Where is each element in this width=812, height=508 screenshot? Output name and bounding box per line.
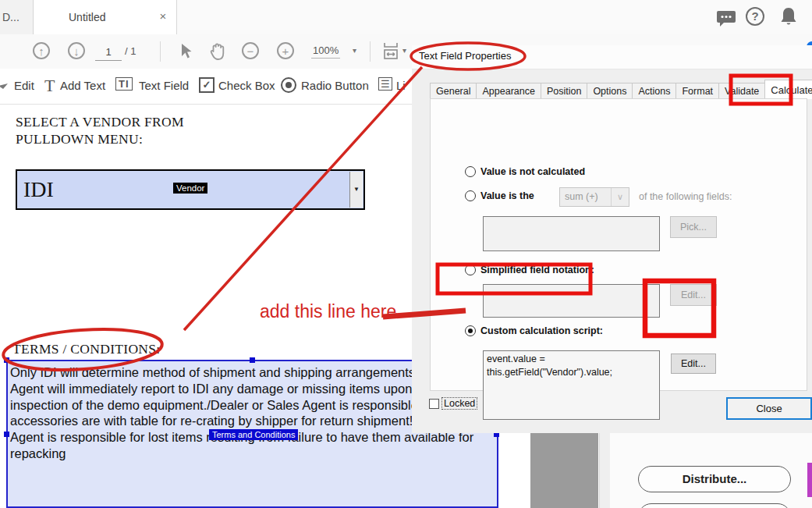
edit-script-button[interactable]: Edit... bbox=[671, 353, 716, 374]
dialog-titlebar[interactable]: Text Field Properties bbox=[412, 45, 812, 69]
vendor-field-tag: Vendor bbox=[173, 183, 207, 194]
toolbar-divider bbox=[160, 41, 161, 62]
pick-button[interactable]: Pick... bbox=[670, 216, 717, 238]
terms-line: repacking bbox=[8, 446, 497, 462]
radio-custom-script[interactable] bbox=[465, 325, 476, 336]
radio-simplified-label: Simplified field notation: bbox=[480, 265, 594, 275]
vendor-dropdown-caret-icon[interactable]: ▼ bbox=[349, 172, 363, 208]
dialog-tab-row: General Appearance Position Options Acti… bbox=[430, 81, 812, 99]
tab-actions[interactable]: Actions bbox=[632, 83, 675, 99]
text-field-properties-dialog: Text Field Properties General Appearance… bbox=[412, 45, 812, 433]
terms-heading: TERMS / CONDITIONS: bbox=[12, 341, 160, 357]
comment-icon[interactable] bbox=[716, 9, 736, 28]
script-line: event.value = bbox=[487, 353, 659, 366]
tab-general[interactable]: General bbox=[430, 83, 476, 99]
annotation-add-line-text: add this line here bbox=[260, 301, 396, 322]
edit-simplified-button[interactable]: Edit... bbox=[670, 284, 717, 306]
zoom-in-icon[interactable]: + bbox=[277, 42, 294, 59]
page-down-icon[interactable]: ↓ bbox=[68, 42, 85, 59]
list-box-icon[interactable]: ☰ bbox=[378, 77, 392, 91]
tab-validate[interactable]: Validate bbox=[718, 83, 764, 99]
tab-format[interactable]: Format bbox=[675, 83, 718, 99]
tab-calculate[interactable]: Calculate bbox=[764, 80, 812, 99]
check-box-icon[interactable]: ✓ bbox=[199, 77, 215, 93]
custom-script-box[interactable]: event.value = this.getField("Vendor").va… bbox=[483, 350, 660, 420]
zoom-caret-icon[interactable]: ▾ bbox=[353, 46, 356, 55]
vendor-heading-line2: PULLDOWN MENU: bbox=[16, 131, 143, 147]
toolbar-divider bbox=[370, 41, 371, 62]
zoom-out-icon[interactable]: − bbox=[242, 42, 259, 59]
bell-icon[interactable] bbox=[778, 6, 799, 27]
distribute-button[interactable]: Distribute... bbox=[638, 466, 791, 492]
script-line: this.getField("Vendor").value; bbox=[487, 366, 659, 379]
select-pointer-icon[interactable] bbox=[179, 43, 193, 60]
page-number-input[interactable] bbox=[95, 43, 122, 61]
radio-custom-script-label: Custom calculation script: bbox=[480, 325, 603, 336]
sum-dropdown-chevron-icon: ∨ bbox=[611, 188, 629, 206]
selection-handle[interactable] bbox=[4, 357, 9, 363]
calculate-tab-panel: Value is not calculated Value is the sum… bbox=[430, 98, 807, 391]
check-box-label[interactable]: Check Box bbox=[218, 79, 275, 92]
vendor-heading-line1: SELECT A VENDOR FROM bbox=[16, 114, 184, 130]
locked-checkbox[interactable] bbox=[429, 399, 439, 409]
zoom-level[interactable]: 100% bbox=[311, 44, 340, 59]
edit-label[interactable]: Edit bbox=[14, 79, 34, 92]
add-text-label[interactable]: Add Text bbox=[60, 79, 105, 92]
radio-button-icon[interactable] bbox=[281, 77, 296, 93]
selection-handle[interactable] bbox=[250, 357, 255, 363]
terms-field-tag: Terms and Conditions bbox=[209, 429, 298, 440]
page-up-icon[interactable]: ↑ bbox=[33, 42, 50, 59]
text-field-icon[interactable]: TI bbox=[115, 77, 133, 91]
selection-handle[interactable] bbox=[4, 432, 9, 437]
track-button[interactable]: Track bbox=[638, 503, 791, 508]
gray-scroll-thumb bbox=[530, 432, 598, 508]
radio-simplified[interactable] bbox=[465, 265, 476, 275]
page-count: / 1 bbox=[125, 45, 136, 57]
fit-width-icon[interactable] bbox=[381, 41, 400, 62]
radio-value-is[interactable] bbox=[465, 190, 476, 201]
tab-title: Untitled bbox=[69, 11, 105, 23]
vendor-dropdown[interactable]: IDI Vendor ▼ bbox=[16, 169, 365, 210]
dialog-title: Text Field Properties bbox=[419, 50, 512, 62]
radio-button-label[interactable]: Radio Button bbox=[301, 79, 369, 92]
help-icon[interactable]: ? bbox=[746, 7, 764, 26]
list-box-label-partial[interactable]: Li bbox=[396, 79, 406, 92]
tab-position[interactable]: Position bbox=[541, 83, 587, 99]
radio-value-is-label: Value is the bbox=[480, 190, 534, 201]
tab-appearance[interactable]: Appearance bbox=[476, 83, 540, 99]
tab-options[interactable]: Options bbox=[587, 83, 632, 99]
add-text-icon[interactable]: T bbox=[44, 76, 55, 96]
text-field-label[interactable]: Text Field bbox=[139, 79, 189, 92]
locked-label: Locked bbox=[442, 398, 477, 409]
window-tab-bar: D... Untitled × ? bbox=[0, 0, 812, 35]
edit-cursor-icon bbox=[0, 80, 10, 92]
simplified-notation-box[interactable] bbox=[483, 284, 660, 318]
close-tab-icon[interactable]: × bbox=[156, 9, 170, 23]
magenta-accent-strip bbox=[807, 463, 812, 497]
fields-listbox[interactable] bbox=[483, 216, 660, 251]
close-button[interactable]: Close bbox=[726, 397, 812, 420]
of-following-fields-label: of the following fields: bbox=[639, 191, 732, 202]
pan-hand-icon[interactable] bbox=[209, 41, 226, 62]
sum-dropdown[interactable]: sum (+) ∨ bbox=[559, 187, 629, 207]
radio-not-calculated[interactable] bbox=[465, 166, 476, 177]
radio-not-calculated-label: Value is not calculated bbox=[480, 166, 585, 177]
tab-document-partial[interactable]: D... bbox=[0, 0, 34, 34]
tools-panel: Distribute... Track bbox=[610, 433, 812, 508]
vendor-dropdown-value: IDI bbox=[23, 177, 54, 202]
fit-caret-icon[interactable]: ▾ bbox=[402, 46, 406, 55]
